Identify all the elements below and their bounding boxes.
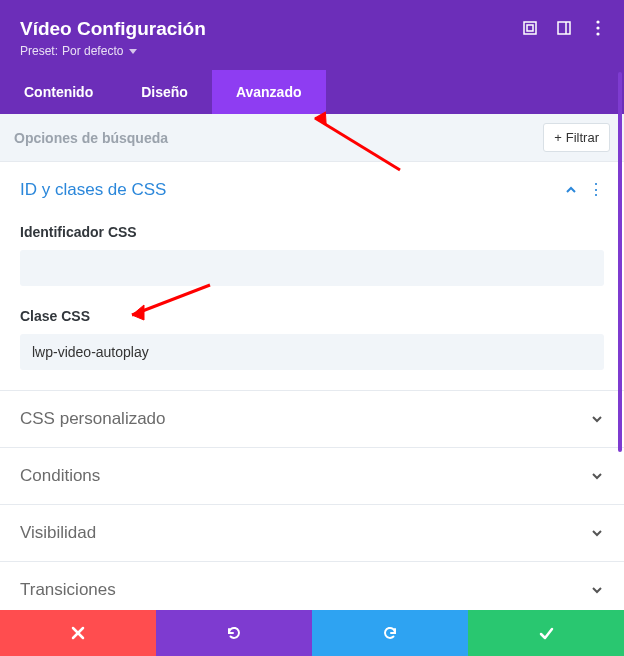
undo-icon (225, 624, 243, 642)
search-placeholder[interactable]: Opciones de búsqueda (14, 130, 168, 146)
settings-content: ID y clases de CSS ⋮ Identificador CSS C… (0, 162, 624, 610)
section-title: Transiciones (20, 580, 116, 600)
save-button[interactable] (468, 610, 624, 656)
video-settings-modal: Vídeo Configuración Preset: Por defecto … (0, 0, 624, 656)
expand-icon[interactable] (522, 20, 538, 36)
section-title: CSS personalizado (20, 409, 166, 429)
preset-prefix: Preset: (20, 44, 58, 58)
section-visibility: Visibilidad (0, 505, 624, 562)
preset-selector[interactable]: Preset: Por defecto (20, 44, 604, 58)
section-header-css-id[interactable]: ID y clases de CSS ⋮ (0, 162, 624, 218)
section-header-transitions[interactable]: Transiciones (0, 562, 624, 610)
redo-button[interactable] (312, 610, 468, 656)
chevron-down-icon (590, 526, 604, 540)
chevron-down-icon (590, 583, 604, 597)
section-header-custom-css[interactable]: CSS personalizado (0, 391, 624, 447)
preset-value: Por defecto (62, 44, 123, 58)
tab-content[interactable]: Contenido (0, 70, 117, 114)
css-id-input[interactable] (20, 250, 604, 286)
section-body-css-id: Identificador CSS Clase CSS (0, 224, 624, 390)
chevron-up-icon[interactable] (564, 183, 578, 197)
svg-point-6 (596, 32, 599, 35)
section-actions: ⋮ (564, 182, 604, 198)
section-title: Conditions (20, 466, 100, 486)
chevron-down-icon (590, 469, 604, 483)
redo-icon (381, 624, 399, 642)
svg-point-4 (596, 20, 599, 23)
check-icon (538, 625, 554, 641)
modal-title: Vídeo Configuración (20, 18, 604, 40)
svg-rect-2 (558, 22, 570, 34)
tab-bar: Contenido Diseño Avanzado (0, 70, 624, 114)
section-header-visibility[interactable]: Visibilidad (0, 505, 624, 561)
tab-advanced[interactable]: Avanzado (212, 70, 326, 114)
panel-icon[interactable] (556, 20, 572, 36)
tab-design[interactable]: Diseño (117, 70, 212, 114)
css-class-label: Clase CSS (20, 308, 604, 324)
scrollbar-thumb[interactable] (618, 72, 622, 452)
section-css-id-classes: ID y clases de CSS ⋮ Identificador CSS C… (0, 162, 624, 391)
modal-footer (0, 610, 624, 656)
search-row: Opciones de búsqueda + Filtrar (0, 114, 624, 162)
filter-label: Filtrar (566, 130, 599, 145)
modal-header: Vídeo Configuración Preset: Por defecto (0, 0, 624, 70)
section-more-icon[interactable]: ⋮ (588, 182, 604, 198)
more-icon[interactable] (590, 20, 606, 36)
plus-icon: + (554, 130, 562, 145)
close-icon (71, 626, 85, 640)
section-custom-css: CSS personalizado (0, 391, 624, 448)
undo-button[interactable] (156, 610, 312, 656)
section-conditions: Conditions (0, 448, 624, 505)
chevron-down-icon (590, 412, 604, 426)
section-title: Visibilidad (20, 523, 96, 543)
cancel-button[interactable] (0, 610, 156, 656)
section-title: ID y clases de CSS (20, 180, 166, 200)
section-transitions: Transiciones (0, 562, 624, 610)
filter-button[interactable]: + Filtrar (543, 123, 610, 152)
header-actions (522, 20, 606, 36)
svg-rect-1 (527, 25, 533, 31)
section-header-conditions[interactable]: Conditions (0, 448, 624, 504)
svg-point-5 (596, 26, 599, 29)
css-id-label: Identificador CSS (20, 224, 604, 240)
caret-down-icon (127, 44, 137, 58)
svg-rect-0 (524, 22, 536, 34)
css-class-input[interactable] (20, 334, 604, 370)
